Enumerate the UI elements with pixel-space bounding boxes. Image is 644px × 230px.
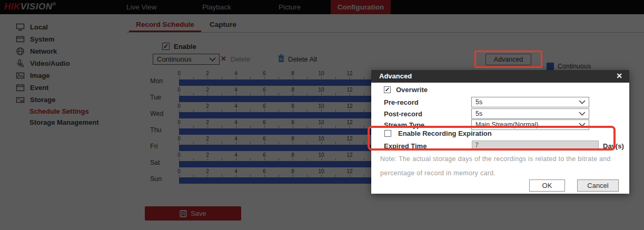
- post-record-value: 5s: [472, 110, 579, 117]
- cancel-button[interactable]: Cancel: [577, 179, 619, 192]
- note-text-line2: percentage of record in memory card.: [380, 169, 622, 177]
- post-record-select[interactable]: 5s: [471, 108, 589, 119]
- chevron-down-icon: [579, 112, 586, 116]
- note-text-line1: Note: The actual storage days of the rec…: [380, 155, 622, 163]
- close-icon[interactable]: ✕: [616, 72, 622, 80]
- pre-record-value: 5s: [472, 98, 579, 106]
- overwrite-label: Overwrite: [396, 86, 428, 94]
- annotation-box-recording-expiration: [368, 126, 616, 151]
- overwrite-checkbox[interactable]: ✓: [384, 86, 391, 93]
- pre-record-label: Pre-record: [384, 98, 419, 106]
- hikvision-web-ui: HIKVISION® Live View Playback Picture Co…: [0, 0, 644, 230]
- chevron-down-icon: [579, 100, 586, 104]
- dialog-title: Advanced: [379, 70, 412, 83]
- dialog-header: Advanced ✕: [371, 70, 629, 83]
- post-record-label: Post-record: [384, 110, 422, 118]
- annotation-box-advanced-button: [474, 51, 542, 68]
- pre-record-select[interactable]: 5s: [471, 97, 589, 107]
- ok-button[interactable]: OK: [529, 179, 565, 192]
